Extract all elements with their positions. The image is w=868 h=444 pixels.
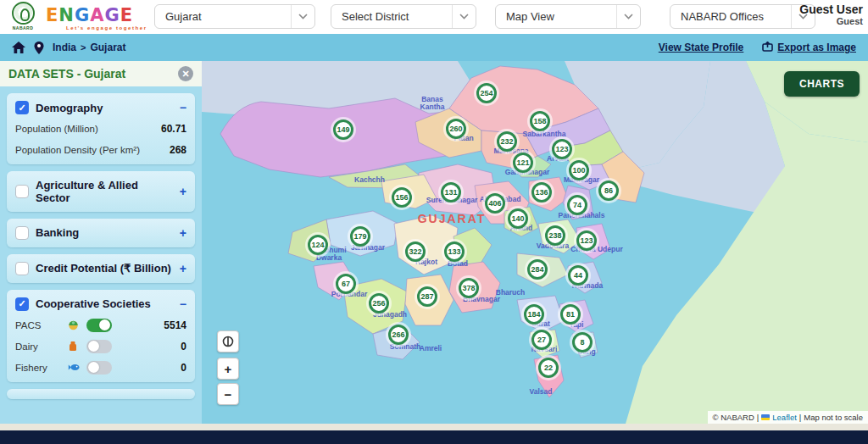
offices-dropdown-value: NABARD Offices (681, 10, 764, 23)
expand-icon[interactable]: + (180, 227, 186, 239)
district-marker-value: 179 (353, 232, 366, 241)
district-marker-anand[interactable]: 140 (508, 208, 528, 229)
district-marker-botad[interactable]: 133 (444, 241, 465, 262)
offices-dropdown[interactable]: NABARD Offices (670, 4, 815, 29)
export-image-link[interactable]: Export as Image (762, 42, 856, 54)
district-marker-value: 322 (409, 247, 421, 256)
district-marker-value: 266 (392, 330, 404, 339)
district-marker-tapi[interactable]: 81 (560, 304, 581, 325)
district-marker-value: 256 (372, 299, 385, 308)
district-marker-gandhinagar[interactable]: 121 (513, 153, 533, 173)
district-marker-mahesana[interactable]: 232 (497, 131, 517, 152)
expand-icon[interactable]: + (180, 186, 186, 197)
engage-tagline: Let's engage together (46, 25, 147, 31)
section-checkbox[interactable] (15, 262, 29, 275)
breadcrumb-bar: India > Gujarat View State Profile Expor… (0, 34, 868, 61)
toggle-row-label: Fishery (15, 363, 68, 373)
district-marker-valsad[interactable]: 22 (538, 358, 559, 378)
district-marker-jamnagar[interactable]: 179 (350, 226, 370, 247)
district-marker-patan[interactable]: 260 (446, 119, 466, 139)
district-dropdown-value: Select District (342, 10, 409, 23)
district-marker-aravalli[interactable]: 123 (552, 139, 572, 159)
pacs-toggle[interactable] (86, 319, 112, 332)
district-marker-surendranagar[interactable]: 131 (441, 182, 461, 203)
district-marker-value: 86 (604, 186, 613, 195)
engage-letter: E (120, 5, 133, 25)
expand-icon[interactable]: + (180, 263, 186, 275)
district-marker-sabarkantha[interactable]: 158 (530, 111, 550, 131)
district-marker-devbhumi-dwarka[interactable]: 124 (308, 235, 328, 255)
district-marker-vadodara[interactable]: 238 (545, 225, 565, 246)
district-marker-mahisagar[interactable]: 100 (569, 160, 589, 180)
close-icon[interactable]: ✕ (178, 66, 193, 81)
leaflet-link[interactable]: Leaflet (772, 413, 797, 422)
section-header[interactable]: ✓Cooperative Societies− (15, 297, 186, 311)
district-marker-dang[interactable]: 8 (572, 332, 593, 352)
district-marker-value: 81 (566, 310, 575, 319)
section-header[interactable]: ✓Demography− (15, 101, 186, 114)
section-header[interactable]: Banking+ (15, 226, 186, 240)
fishery-toggle[interactable] (86, 361, 112, 375)
district-marker-banas-kantha[interactable]: 254 (476, 83, 497, 103)
data-row-label: Population Density (Per km²) (15, 144, 142, 157)
district-marker-bharuch[interactable]: 284 (527, 259, 548, 280)
toggle-row-label: PACS (15, 320, 68, 330)
breadcrumb-separator: > (81, 42, 86, 53)
district-marker-dahod[interactable]: 86 (598, 180, 619, 201)
charts-button[interactable]: CHARTS (784, 71, 860, 97)
toggle-row: Fishery0 (15, 361, 186, 375)
data-row: Population (Million)60.71 (15, 123, 186, 136)
section-checkbox[interactable] (15, 226, 29, 240)
district-marker-panch-mahals[interactable]: 74 (567, 195, 587, 215)
engage-logo: ENGAGE Let's engage together (46, 2, 147, 31)
district-marker-amreli[interactable]: 287 (417, 286, 437, 307)
breadcrumb-actions: View State Profile Export as Image (659, 42, 856, 54)
district-marker-kheda[interactable]: 136 (531, 182, 552, 203)
breadcrumb-home[interactable]: India (53, 42, 76, 53)
district-marker-porbandar[interactable]: 67 (336, 274, 356, 294)
home-icon[interactable] (12, 42, 25, 53)
zoom-in-button[interactable]: + (217, 358, 239, 380)
pacs-icon (68, 319, 83, 330)
map-canvas[interactable]: Banas KanthaPatanMahesanaSabarkanthaArva… (202, 61, 868, 424)
district-marker-navsari[interactable]: 27 (531, 330, 552, 350)
section-header[interactable]: Credit Potential (₹ Billion)+ (15, 262, 186, 275)
district-marker-narmada[interactable]: 44 (568, 265, 588, 286)
district-marker-chhota-udepur[interactable]: 123 (576, 230, 597, 251)
district-marker-junagadh[interactable]: 256 (369, 293, 389, 314)
state-dropdown[interactable]: Gujarat (154, 4, 315, 29)
section-checkbox[interactable] (15, 185, 29, 198)
district-marker-gir-somnath[interactable]: 266 (388, 325, 409, 345)
district-marker-value: 184 (527, 310, 540, 319)
user-name: Guest User (799, 3, 863, 16)
zoom-out-button[interactable]: − (217, 383, 239, 405)
state-dropdown-value: Gujarat (165, 10, 202, 23)
engage-wordmark: ENGAGE (46, 5, 147, 25)
datasets-sidebar: DATA SETS - Gujarat ✕ ✓Demography−Popula… (0, 61, 202, 424)
district-marker-kachchh[interactable]: 149 (333, 119, 353, 140)
section-checkbox[interactable]: ✓ (15, 101, 29, 114)
district-marker-value: 140 (511, 214, 524, 223)
district-marker-bhavnagar[interactable]: 378 (459, 278, 479, 298)
district-label: Sabarkantha (522, 130, 565, 138)
section-label: Agriculture & Allied Sector (36, 179, 173, 204)
section-header[interactable]: Agriculture & Allied Sector+ (15, 179, 186, 204)
district-marker-ahmedabad[interactable]: 406 (485, 193, 505, 214)
location-pin-icon (34, 42, 44, 54)
collapse-icon[interactable]: − (180, 298, 186, 310)
dairy-toggle[interactable] (86, 340, 112, 353)
view-dropdown[interactable]: Map View (495, 4, 641, 29)
district-marker-morbi[interactable]: 156 (392, 187, 412, 208)
district-marker-surat[interactable]: 184 (524, 304, 544, 325)
district-marker-rajkot[interactable]: 322 (405, 241, 426, 262)
dairy-icon (68, 341, 83, 352)
district-label: Amreli (420, 345, 442, 352)
section-checkbox[interactable]: ✓ (15, 297, 29, 311)
data-row-value: 268 (170, 144, 186, 157)
district-dropdown[interactable]: Select District (331, 4, 476, 29)
map-reset-button[interactable] (217, 330, 239, 352)
collapse-icon[interactable]: − (180, 102, 186, 114)
user-menu[interactable]: Guest User Guest (799, 3, 863, 27)
district-marker-value: 121 (516, 158, 529, 167)
view-state-profile-link[interactable]: View State Profile (659, 42, 743, 53)
